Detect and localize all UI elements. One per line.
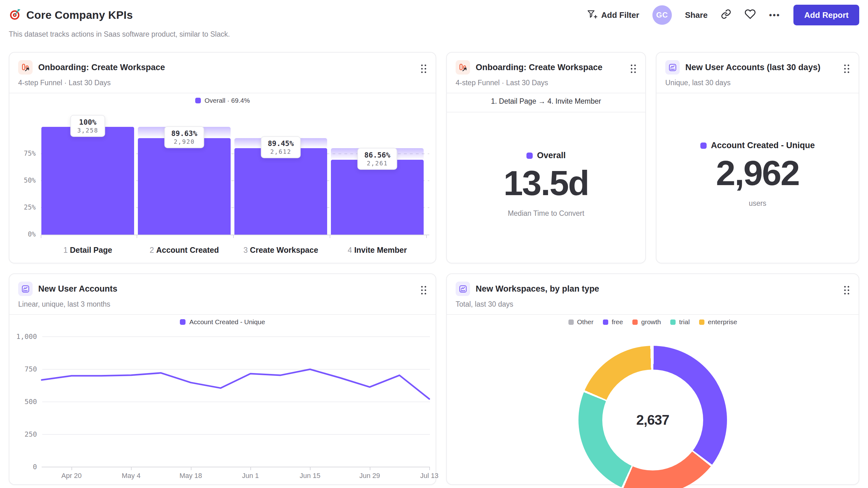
axis-tick xyxy=(330,235,330,238)
drag-handle[interactable] xyxy=(631,65,636,73)
card-subtitle: Total, last 30 days xyxy=(456,300,850,308)
drag-handle[interactable] xyxy=(844,286,849,294)
legend-label: Other xyxy=(577,318,594,326)
filter-plus-icon xyxy=(587,9,597,22)
card-new-user-accounts-line: New User Accounts Linear, unique, last 3… xyxy=(9,273,436,485)
funnel-bar[interactable] xyxy=(235,148,327,235)
y-axis-label: 25% xyxy=(15,204,36,211)
page-header: Core Company KPIs xyxy=(9,8,133,22)
donut-total: 2,637 xyxy=(636,412,669,428)
copy-link-button[interactable] xyxy=(721,9,732,22)
x-axis-line xyxy=(41,235,429,235)
funnel-bar[interactable] xyxy=(138,138,230,235)
legend-label: Account Created - Unique xyxy=(711,141,815,150)
drag-handle[interactable] xyxy=(844,65,849,73)
legend-swatch xyxy=(700,142,707,149)
card-subtitle: Unique, last 30 days xyxy=(665,78,850,87)
bar-value-tooltip: 89.45%2,612 xyxy=(261,136,301,158)
donut-center: 2,637 xyxy=(602,369,703,470)
legend-swatch xyxy=(632,320,638,325)
legend-label: enterprise xyxy=(708,318,737,326)
legend-swatch xyxy=(568,320,574,325)
legend-overall[interactable]: Overall xyxy=(526,151,566,160)
axis-tick xyxy=(41,235,41,238)
funnel-step-label: 3Create Workspace xyxy=(244,246,318,255)
add-report-button[interactable]: Add Report xyxy=(794,5,859,25)
axis-tick xyxy=(426,235,427,238)
insights-chart-icon xyxy=(665,60,680,74)
funnel-plot: 75%50%25%0%100%3,2581Detail Page89.63%2,… xyxy=(9,53,436,263)
donut-legend: Otherfreegrowthtrialenterprise xyxy=(447,318,859,326)
card-new-user-accounts-30d: New User Accounts (last 30 days) Unique,… xyxy=(656,52,859,263)
dashboard-page: Core Company KPIs This dataset tracks ac… xyxy=(0,0,868,488)
legend-swatch xyxy=(670,320,676,325)
legend-swatch xyxy=(603,320,608,325)
card-header: New User Accounts (last 30 days) xyxy=(656,53,859,74)
card-header: Onboarding: Create Workspace xyxy=(447,53,645,74)
funnel-bar[interactable] xyxy=(331,160,424,235)
line-plot: 1,0007505002500Apr 20May 4May 18Jun 1Jun… xyxy=(9,274,436,484)
y-axis-label: 50% xyxy=(15,177,36,184)
legend-item-growth[interactable]: growth xyxy=(632,318,661,326)
legend-label: trial xyxy=(679,318,690,326)
legend-label: growth xyxy=(641,318,661,326)
card-onboarding-funnel: Onboarding: Create Workspace 4-step Funn… xyxy=(9,52,436,263)
funnel-range-label: 1. Detail Page → 4. Invite Member xyxy=(447,93,645,112)
insights-chart-icon xyxy=(456,282,470,296)
page-title: Core Company KPIs xyxy=(26,9,133,21)
metric-value: 2,962 xyxy=(716,155,799,192)
add-filter-label: Add Filter xyxy=(601,10,639,20)
legend-item-trial[interactable]: trial xyxy=(670,318,690,326)
bar-value-tooltip: 86.56%2,261 xyxy=(357,148,397,170)
favorite-button[interactable] xyxy=(745,8,756,22)
toolbar: Add Filter GC Share ••• Add Report xyxy=(587,4,859,26)
link-icon xyxy=(721,9,732,22)
y-axis-label: 0% xyxy=(15,231,36,238)
funnel-chart-icon xyxy=(456,60,470,74)
heart-icon xyxy=(745,8,756,22)
legend-account-created[interactable]: Account Created - Unique xyxy=(700,141,815,150)
axis-tick xyxy=(136,235,137,238)
metric-value: 13.5d xyxy=(503,165,588,202)
funnel-step-label: 2Account Created xyxy=(150,246,219,255)
bar-value-tooltip: 89.63%2,920 xyxy=(164,126,204,148)
bar-value-tooltip: 100%3,258 xyxy=(70,115,105,137)
share-button[interactable]: Share xyxy=(685,10,708,20)
card-subtitle: 4-step Funnel · Last 30 Days xyxy=(456,78,637,87)
line-series[interactable] xyxy=(9,274,437,486)
metric-caption: users xyxy=(749,199,766,208)
add-filter-button[interactable]: Add Filter xyxy=(587,9,639,22)
card-new-workspaces-by-plan: New Workspaces, by plan type Total, last… xyxy=(446,273,859,485)
funnel-step-label: 1Detail Page xyxy=(63,246,112,255)
y-axis-label: 75% xyxy=(15,150,36,157)
card-header: New Workspaces, by plan type xyxy=(447,274,859,296)
funnel-bar[interactable] xyxy=(41,127,134,235)
axis-tick xyxy=(233,235,234,238)
cards-grid: Onboarding: Create Workspace 4-step Funn… xyxy=(9,52,859,485)
legend-item-free[interactable]: free xyxy=(603,318,623,326)
more-menu-button[interactable]: ••• xyxy=(769,10,780,20)
legend-swatch xyxy=(699,320,705,325)
page-subtitle: This dataset tracks actions in Saas soft… xyxy=(9,30,230,38)
legend-label: Overall xyxy=(537,151,566,160)
avatar[interactable]: GC xyxy=(652,5,672,25)
card-title: New Workspaces, by plan type xyxy=(476,284,599,294)
legend-item-Other[interactable]: Other xyxy=(568,318,594,326)
legend-label: free xyxy=(612,318,623,326)
metric-caption: Median Time to Convert xyxy=(508,209,584,218)
funnel-step-label: 4Invite Member xyxy=(347,246,407,255)
card-title: Onboarding: Create Workspace xyxy=(476,63,602,72)
target-icon xyxy=(9,8,21,22)
card-title: New User Accounts (last 30 days) xyxy=(685,63,820,72)
card-median-time-to-convert: Onboarding: Create Workspace 4-step Funn… xyxy=(446,52,646,263)
legend-swatch xyxy=(526,153,533,159)
donut-chart[interactable]: 2,637 xyxy=(579,346,727,488)
legend-item-enterprise[interactable]: enterprise xyxy=(699,318,737,326)
